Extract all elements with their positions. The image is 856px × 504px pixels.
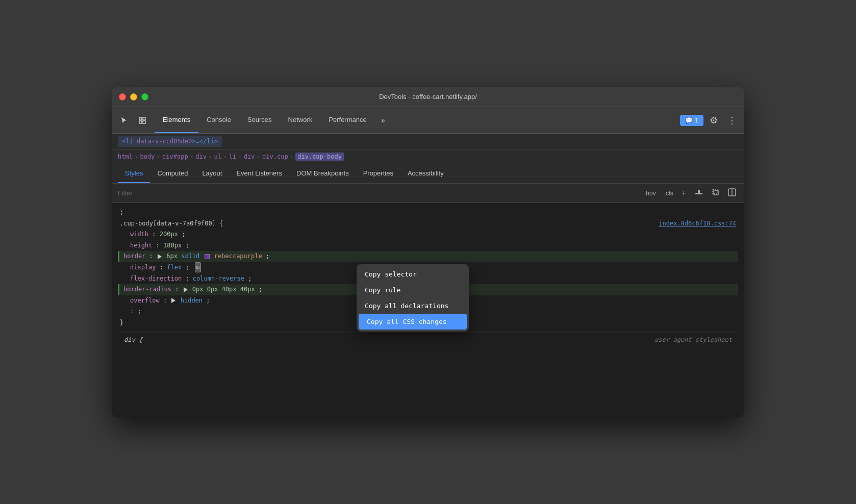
chat-icon: 💬 — [685, 117, 693, 124]
copy-style-button[interactable] — [710, 187, 722, 199]
toggle-style-button[interactable] — [726, 187, 738, 199]
filter-input[interactable] — [118, 189, 642, 197]
subtab-styles[interactable]: Styles — [118, 164, 150, 183]
css-comment-line: ; — [118, 207, 738, 218]
border-expand-icon[interactable] — [158, 254, 162, 259]
filter-actions: :hov .cls + — [642, 187, 738, 200]
breadcrumb-li[interactable]: li — [229, 153, 236, 160]
tab-elements[interactable]: Elements — [155, 107, 198, 133]
border-radius-expand-icon[interactable] — [184, 287, 188, 292]
user-agent-label: user agent stylesheet — [654, 336, 732, 343]
css-selector-text[interactable]: .cup-body[data-v-7a0f9f00] — [120, 220, 216, 227]
breadcrumb-divcupbody[interactable]: div.cup-body — [295, 153, 344, 161]
color-swatch-rebeccapurple[interactable] — [205, 254, 210, 259]
maximize-button[interactable] — [141, 93, 148, 100]
flexbox-icon[interactable]: ⊞ — [195, 262, 201, 272]
settings-button[interactable]: ⚙ — [706, 112, 722, 129]
cursor-icon[interactable] — [116, 112, 132, 129]
more-options-button[interactable]: ⋮ — [724, 112, 740, 129]
toolbar-right: 💬 1 ⚙ ⋮ — [680, 112, 740, 129]
tab-performance[interactable]: Performance — [320, 107, 374, 133]
user-agent-selector: div { — [124, 336, 142, 343]
minimize-button[interactable] — [130, 93, 137, 100]
tab-sources[interactable]: Sources — [239, 107, 280, 133]
main-toolbar: Elements Console Sources Network Perform… — [112, 107, 744, 134]
css-file-ref[interactable]: index.8d6c6f18.css:74 — [659, 218, 736, 230]
tab-network[interactable]: Network — [280, 107, 321, 133]
window-title: DevTools - coffee-cart.netlify.app/ — [379, 93, 477, 100]
breadcrumb-divcup[interactable]: div.cup — [262, 153, 288, 160]
inspect-icon[interactable] — [134, 112, 150, 129]
css-prop-border: border : 6px solid rebeccapurple ; — [118, 251, 738, 262]
css-prop-width: width : 200px ; — [118, 229, 738, 240]
tab-console[interactable]: Console — [198, 107, 239, 133]
subtab-layout[interactable]: Layout — [195, 164, 229, 183]
breadcrumb-ul[interactable]: ul — [214, 153, 221, 160]
messages-badge[interactable]: 💬 1 — [680, 115, 703, 126]
breadcrumb-html[interactable]: html — [118, 153, 133, 160]
css-prop-height: height : 180px ; — [118, 240, 738, 251]
titlebar: DevTools - coffee-cart.netlify.app/ — [112, 87, 744, 107]
html-tag-bar: <li data-v-ccd05de0>…</li> — [112, 134, 744, 149]
context-menu-copy-all-css-changes[interactable]: Copy all CSS changes — [359, 314, 467, 330]
filter-bar: :hov .cls + — [112, 184, 744, 203]
close-button[interactable] — [119, 93, 126, 100]
breadcrumb-bar: html › body › div#app › div › ul › li › … — [112, 149, 744, 164]
main-tabs: Elements Console Sources Network Perform… — [155, 107, 391, 133]
breadcrumb-body[interactable]: body — [140, 153, 155, 160]
svg-rect-3 — [143, 121, 145, 123]
paint-button[interactable] — [692, 187, 706, 200]
breadcrumb-div2[interactable]: div — [244, 153, 255, 160]
subtabs-bar: Styles Computed Layout Event Listeners D… — [112, 164, 744, 184]
context-menu: Copy selector Copy rule Copy all declara… — [357, 264, 469, 332]
context-menu-copy-rule[interactable]: Copy rule — [357, 282, 469, 298]
svg-rect-1 — [143, 117, 145, 120]
css-selector-line: .cup-body[data-v-7a0f9f00] { index.8d6c6… — [118, 218, 738, 230]
subtab-accessibility[interactable]: Accessibility — [400, 164, 451, 183]
user-agent-line: div { user agent stylesheet — [118, 333, 738, 346]
subtab-event-listeners[interactable]: Event Listeners — [229, 164, 289, 183]
svg-rect-2 — [139, 121, 142, 123]
html-tag-display: <li data-v-ccd05de0>…</li> — [118, 136, 222, 147]
subtab-properties[interactable]: Properties — [356, 164, 400, 183]
breadcrumb-div1[interactable]: div — [195, 153, 207, 160]
add-style-button[interactable]: + — [679, 188, 688, 199]
svg-rect-5 — [698, 190, 700, 194]
traffic-lights — [119, 93, 148, 100]
subtab-dom-breakpoints[interactable]: DOM Breakpoints — [289, 164, 356, 183]
breadcrumb-divapp[interactable]: div#app — [162, 153, 188, 160]
devtools-window: DevTools - coffee-cart.netlify.app/ Elem… — [112, 87, 744, 417]
context-menu-copy-selector[interactable]: Copy selector — [357, 266, 469, 282]
overflow-expand-icon[interactable] — [171, 298, 175, 303]
cls-button[interactable]: .cls — [662, 189, 675, 198]
more-tabs-button[interactable]: » — [375, 112, 391, 129]
hov-button[interactable]: :hov — [642, 189, 658, 198]
context-menu-copy-all-declarations[interactable]: Copy all declarations — [357, 298, 469, 314]
svg-rect-0 — [139, 117, 142, 120]
styles-panel: ; .cup-body[data-v-7a0f9f00] { index.8d6… — [112, 203, 744, 417]
subtab-computed[interactable]: Computed — [150, 164, 195, 183]
